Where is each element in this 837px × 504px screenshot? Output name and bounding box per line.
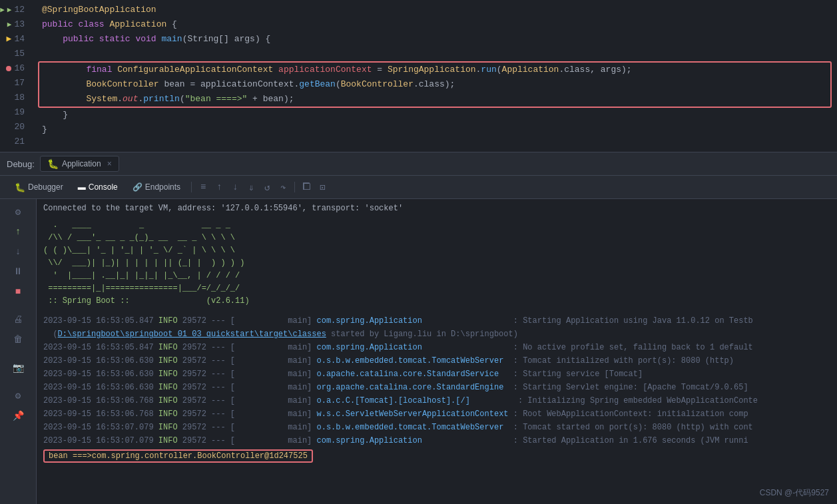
log-line-5: 2023-09-15 16:53:06.630 INFO 29572 --- [… — [37, 381, 837, 394]
side-stop-btn[interactable]: ■ — [9, 283, 27, 300]
console-output: Connected to the target VM, address: '12… — [37, 199, 837, 504]
tab-console[interactable]: ▬ Console — [71, 180, 125, 194]
tab-debugger[interactable]: 🐛 Debugger — [8, 180, 70, 195]
debug-tab-close[interactable]: × — [107, 159, 112, 168]
console-label: Console — [89, 182, 118, 192]
bug-icon: 🐛 — [47, 158, 59, 169]
code-line-15 — [37, 47, 837, 61]
side-gear-btn[interactable]: ⚙ — [9, 387, 27, 404]
tab-endpoints[interactable]: 🔗 Endpoints — [126, 180, 187, 194]
log-line-3: 2023-09-15 16:53:06.630 INFO 29572 --- [… — [37, 354, 837, 368]
code-line-20: } — [37, 123, 837, 137]
up-button[interactable]: ↑ — [212, 180, 226, 194]
code-line-18: System.out.println("bean ====>" + bean); — [39, 92, 830, 107]
side-camera-btn[interactable]: 📷 — [9, 359, 27, 376]
menu-button[interactable]: ≡ — [196, 180, 210, 194]
debug-tab-label: Application — [62, 159, 101, 168]
code-line-19: } — [37, 108, 837, 123]
line-12: ▶ ▶ 12 — [0, 3, 31, 17]
highlighted-code-block: final ConfigurableApplicationContext app… — [38, 61, 832, 108]
code-line-12: @SpringBootApplication — [37, 3, 837, 17]
endpoints-label: Endpoints — [145, 182, 180, 192]
forward-button[interactable]: ↷ — [276, 180, 290, 194]
code-line-17: BookController bean = applicationContext… — [39, 77, 830, 92]
log-line-4: 2023-09-15 16:53:06.630 INFO 29572 --- [… — [37, 368, 837, 381]
line-13: ▶ 13 — [0, 17, 31, 32]
log-line-1: 2023-09-15 16:53:05.847 INFO 29572 --- [… — [37, 314, 837, 328]
side-print-btn[interactable]: 🖨 — [9, 311, 27, 328]
left-console-toolbar: ⚙ ↑ ↓ ⏸ ■ 🖨 🗑 📷 ⚙ 📌 — [0, 199, 37, 504]
code-editor: ▶ ▶ 12 ▶ 13 ▶ 14 15 16 17 1 — [0, 0, 837, 152]
debug-tab[interactable]: 🐛 Application × — [40, 156, 119, 172]
endpoints-icon: 🔗 — [133, 182, 142, 192]
banner-spacer — [37, 308, 837, 314]
line-numbers: ▶ ▶ 12 ▶ 13 ▶ 14 15 16 17 1 — [0, 0, 37, 152]
line-14: ▶ 14 — [0, 32, 31, 47]
side-up-btn[interactable]: ↑ — [9, 223, 27, 240]
down-button[interactable]: ↓ — [228, 180, 242, 194]
log-line-8: 2023-09-15 16:53:07.079 INFO 29572 --- [… — [37, 421, 837, 434]
bean-output: bean ===>com.spring.controller.BookContr… — [43, 449, 313, 463]
code-line-14: public static void main(String[] args) { — [37, 32, 837, 47]
split-button[interactable]: ⊡ — [315, 180, 330, 194]
line-17: 17 — [0, 76, 31, 91]
log-line-path: (D:\springboot\springboot_01_03_quicksta… — [37, 328, 837, 341]
layout-button[interactable]: ⧠ — [299, 180, 314, 194]
line-21: 21 — [0, 134, 31, 149]
toolbar-separator-1 — [191, 182, 192, 192]
debugger-label: Debugger — [28, 182, 63, 192]
bean-output-wrapper: bean ===>com.spring.controller.BookContr… — [43, 449, 313, 463]
down2-button[interactable]: ⇓ — [244, 180, 258, 194]
debugger-icon: 🐛 — [15, 182, 25, 192]
spring-banner: . ____ _ __ _ _ /\\ / ___'_ __ _ _(_)_ _… — [37, 219, 837, 308]
code-line-13: public class Application { — [37, 17, 837, 32]
side-settings-btn[interactable]: ⚙ — [9, 203, 27, 220]
debug-bar: Debug: 🐛 Application × — [0, 152, 837, 176]
restart-button[interactable]: ↺ — [260, 180, 274, 194]
connected-message: Connected to the target VM, address: '12… — [37, 199, 837, 216]
line-19: 19 — [0, 105, 31, 120]
log-line-2: 2023-09-15 16:53:05.847 INFO 29572 --- [… — [37, 341, 837, 354]
code-body: @SpringBootApplication public class Appl… — [37, 0, 837, 152]
code-line-16: final ConfigurableApplicationContext app… — [39, 63, 830, 77]
log-line-7: 2023-09-15 16:53:06.768 INFO 29572 --- [… — [37, 407, 837, 421]
console-toolbar: 🐛 Debugger ▬ Console 🔗 Endpoints ≡ ↑ ↓ ⇓… — [0, 176, 837, 199]
line-20: 20 — [0, 120, 31, 134]
side-down-btn[interactable]: ↓ — [9, 243, 27, 260]
console-icon: ▬ — [78, 182, 86, 192]
code-line-21 — [37, 137, 837, 152]
side-pin-btn[interactable]: 📌 — [9, 407, 27, 424]
toolbar-separator-2 — [294, 182, 295, 192]
line-15: 15 — [0, 47, 31, 61]
log-line-6: 2023-09-15 16:53:06.768 INFO 29572 --- [… — [37, 394, 837, 407]
side-delete-btn[interactable]: 🗑 — [9, 331, 27, 348]
debug-label: Debug: — [7, 159, 35, 169]
side-pause-btn[interactable]: ⏸ — [9, 263, 27, 280]
watermark: CSDN @-代码9527 — [760, 487, 829, 499]
log-line-9: 2023-09-15 16:53:07.079 INFO 29572 --- [… — [37, 434, 837, 447]
line-18: 18 — [0, 91, 31, 105]
line-16: 16 — [0, 61, 31, 76]
